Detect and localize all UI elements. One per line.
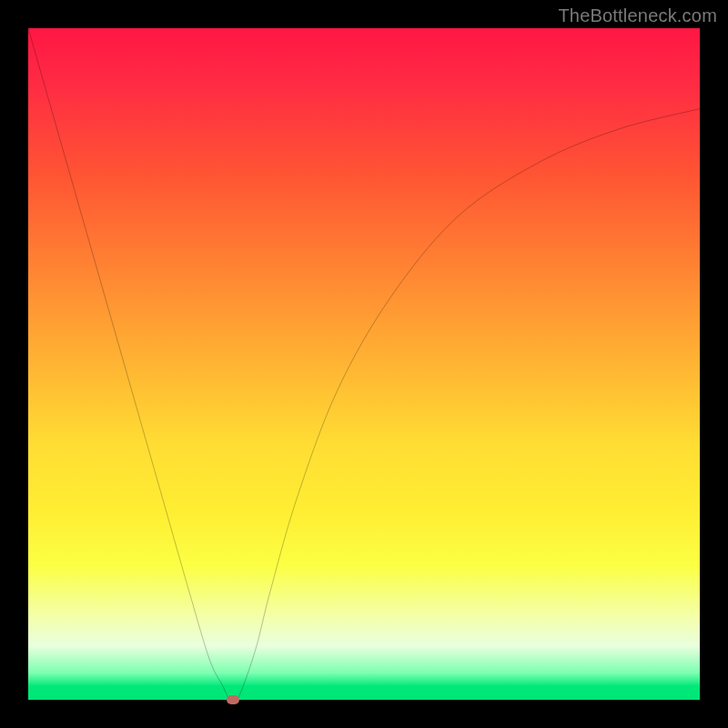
bottleneck-curve — [28, 28, 700, 700]
chart-frame: TheBottleneck.com — [0, 0, 728, 728]
plot-area — [28, 28, 700, 700]
optimum-marker — [227, 695, 239, 704]
curve-svg — [28, 28, 700, 700]
watermark-text: TheBottleneck.com — [558, 5, 717, 26]
